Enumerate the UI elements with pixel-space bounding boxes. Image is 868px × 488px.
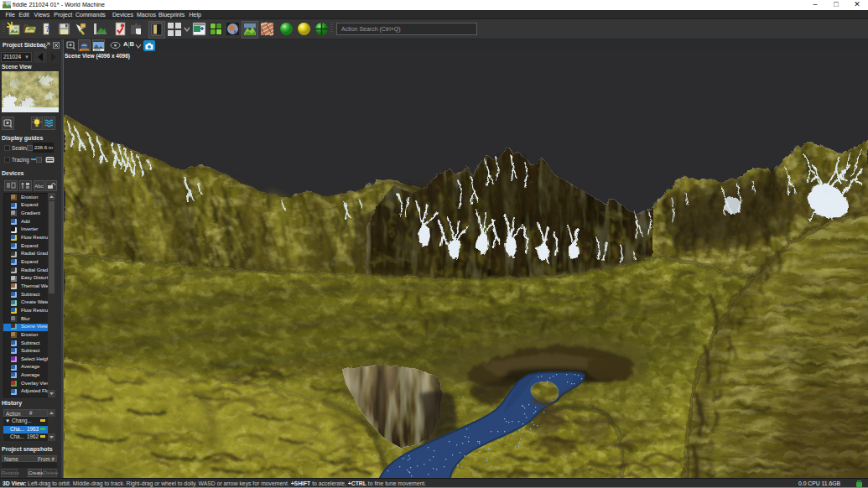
svg-text:?: ? — [45, 23, 50, 34]
